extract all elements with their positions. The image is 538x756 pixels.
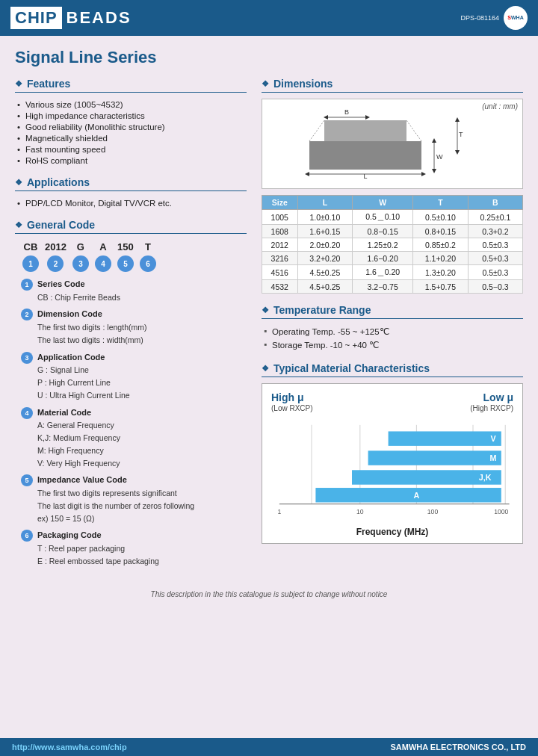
code-desc-1: 1 Series Code CB : Chip Ferrite Beads xyxy=(21,278,247,303)
table-cell: 3216 xyxy=(262,252,298,265)
svg-rect-28 xyxy=(368,450,501,465)
svg-text:W: W xyxy=(436,153,443,161)
table-header-t: T xyxy=(413,196,469,210)
logo: S WHA xyxy=(504,6,528,30)
table-cell: 3.2−0.75 xyxy=(353,280,413,294)
code-item-t: T 6 xyxy=(140,241,156,272)
code-item-cb: CB 1 xyxy=(22,241,39,272)
table-cell: 0.8−0.15 xyxy=(353,225,413,238)
list-item: Magnetically shielded xyxy=(15,132,247,143)
two-column-layout: Features Various size (1005~4532) High i… xyxy=(15,78,523,578)
table-cell: 4.5±0.25 xyxy=(297,265,353,280)
typical-material-title: Typical Material Characteristics xyxy=(262,362,523,377)
svg-text:100: 100 xyxy=(427,508,439,515)
table-row: 20122.0±0.201.25±0.20.85±0.20.5±0.3 xyxy=(262,238,523,252)
svg-text:V: V xyxy=(490,434,496,443)
svg-marker-7 xyxy=(455,150,460,155)
chart-right-label: Low μ (High RXCP) xyxy=(470,391,513,412)
page-title: Signal Line Series xyxy=(15,48,523,67)
svg-marker-6 xyxy=(455,117,460,122)
dimensions-table-body: 10051.0±0.100.5＿0.100.5±0.100.25±0.11608… xyxy=(262,210,523,294)
table-cell: 0.5+0.3 xyxy=(468,252,522,265)
dimension-svg: B T L xyxy=(268,105,477,180)
table-cell: 1.5+0.75 xyxy=(413,280,469,294)
footer-url: http://www.samwha.com/chip xyxy=(12,743,127,752)
applications-title: Applications xyxy=(15,176,247,191)
table-cell: 0.5±0.10 xyxy=(413,210,469,225)
svg-text:1: 1 xyxy=(277,508,281,515)
main-content: Signal Line Series Features Various size… xyxy=(0,36,538,610)
features-list: Various size (1005~4532) High impedance … xyxy=(15,99,247,166)
temperature-section: Temperature Range Operating Temp. -55 ~ … xyxy=(262,304,523,352)
table-row: 32163.2+0.201.6−0.201.1+0.200.5+0.3 xyxy=(262,252,523,265)
svg-text:B: B xyxy=(344,108,349,116)
table-cell: 1.6−0.20 xyxy=(353,252,413,265)
table-cell: 1005 xyxy=(262,210,298,225)
right-column: Dimensions (unit : mm) B T xyxy=(262,78,523,578)
table-header-size: Size xyxy=(262,196,298,210)
svg-marker-2 xyxy=(324,115,328,120)
footer: http://www.samwha.com/chip SAMWHA ELECTR… xyxy=(0,738,538,756)
svg-line-18 xyxy=(309,120,324,141)
table-cell: 1.0±0.10 xyxy=(297,210,353,225)
temperature-title: Temperature Range xyxy=(262,304,523,319)
chart-x-label: Frequency (MHz) xyxy=(271,527,513,537)
list-item: Various size (1005~4532) xyxy=(15,99,247,110)
svg-marker-12 xyxy=(305,172,309,176)
typical-material-section: Typical Material Characteristics High μ … xyxy=(262,362,523,544)
code-descriptions: 1 Series Code CB : Chip Ferrite Beads 2 … xyxy=(21,278,247,568)
code-item-g: G 3 xyxy=(72,241,89,272)
code-desc-3: 3 Application Code G : Signal Line P : H… xyxy=(21,351,247,402)
svg-marker-13 xyxy=(421,172,426,176)
svg-text:1000: 1000 xyxy=(494,508,508,515)
svg-marker-16 xyxy=(432,138,436,143)
dimensions-title: Dimensions xyxy=(262,78,523,93)
table-cell: 0.25±0.1 xyxy=(468,210,522,225)
code-item-2012: 2012 2 xyxy=(45,241,67,272)
dimensions-table: Size L W T B 10051.0±0.100.5＿0.100.5±0.1… xyxy=(262,195,523,294)
table-cell: 0.5＿0.10 xyxy=(353,210,413,225)
applications-list: PDP/LCD Monitor, Digital TV/VCR etc. xyxy=(15,197,247,208)
svg-rect-9 xyxy=(309,141,421,170)
table-cell: 2.0±0.20 xyxy=(297,238,353,252)
chip-label: CHIP xyxy=(10,7,62,29)
svg-marker-3 xyxy=(365,115,370,120)
features-section: Features Various size (1005~4532) High i… xyxy=(15,78,247,166)
code-desc-2: 2 Dimension Code The first two digits : … xyxy=(21,308,247,346)
svg-text:M: M xyxy=(489,453,496,462)
svg-line-19 xyxy=(406,120,421,141)
table-cell: 0.8+0.15 xyxy=(413,225,469,238)
table-row: 10051.0±0.100.5＿0.100.5±0.100.25±0.1 xyxy=(262,210,523,225)
doc-number: DPS-081164 xyxy=(460,14,499,22)
table-row: 45324.5+0.253.2−0.751.5+0.750.5−0.3 xyxy=(262,280,523,294)
disclaimer: This description in the this catalogue i… xyxy=(15,586,523,603)
list-item: Operating Temp. -55 ~ +125℃ xyxy=(262,325,523,338)
svg-rect-26 xyxy=(389,431,501,445)
chart-area: High μ (Low RXCP) Low μ (High RXCP) xyxy=(262,383,523,544)
header: CHIP BEADS DPS-081164 S WHA xyxy=(0,0,538,36)
list-item: High impedance characteristics xyxy=(15,110,247,121)
temperature-list: Operating Temp. -55 ~ +125℃ Storage Temp… xyxy=(262,325,523,352)
table-header-b: B xyxy=(468,196,522,210)
table-row: 45164.5±0.251.6＿0.201.3±0.200.5±0.3 xyxy=(262,265,523,280)
table-cell: 3.2+0.20 xyxy=(297,252,353,265)
table-row: 16081.6+0.150.8−0.150.8+0.150.3+0.2 xyxy=(262,225,523,238)
applications-section: Applications PDP/LCD Monitor, Digital TV… xyxy=(15,176,247,208)
dimensions-section: Dimensions (unit : mm) B T xyxy=(262,78,523,294)
chart-left-label: High μ (Low RXCP) xyxy=(271,391,313,412)
svg-marker-17 xyxy=(432,169,436,173)
list-item: PDP/LCD Monitor, Digital TV/VCR etc. xyxy=(15,197,247,208)
table-cell: 2012 xyxy=(262,238,298,252)
table-cell: 1608 xyxy=(262,225,298,238)
unit-label: (unit : mm) xyxy=(482,102,518,111)
list-item: Fast mounting speed xyxy=(15,143,247,155)
table-cell: 0.5±0.3 xyxy=(468,265,522,280)
chart-svg: V M J,K A 1 10 100 10 xyxy=(271,417,513,521)
code-item-a: A 4 xyxy=(95,241,111,272)
table-cell: 1.6＿0.20 xyxy=(353,265,413,280)
table-cell: 0.85±0.2 xyxy=(413,238,469,252)
table-cell: 0.5±0.3 xyxy=(468,238,522,252)
table-cell: 0.3+0.2 xyxy=(468,225,522,238)
table-cell: 1.6+0.15 xyxy=(297,225,353,238)
svg-rect-8 xyxy=(324,120,406,141)
